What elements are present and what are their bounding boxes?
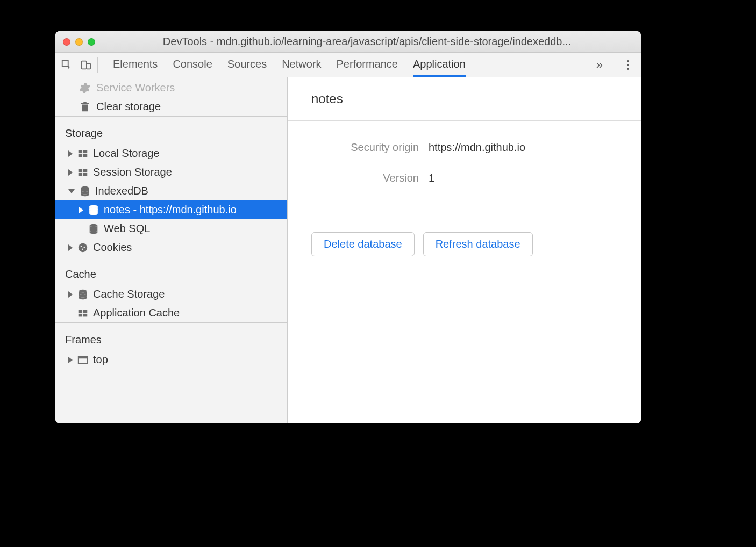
tab-network[interactable]: Network	[282, 53, 321, 77]
main-pane: Service Workers Clear storage Storage Lo…	[55, 77, 641, 423]
sidebar-label: top	[93, 354, 108, 366]
database-name-heading: notes	[288, 77, 641, 121]
section-heading-storage: Storage	[55, 116, 287, 144]
sidebar-label: Session Storage	[93, 166, 172, 178]
close-window-button[interactable]	[63, 38, 70, 46]
svg-rect-23	[79, 356, 88, 358]
more-options-button[interactable]	[621, 60, 636, 70]
chevron-right-icon	[68, 244, 73, 251]
database-icon	[88, 223, 99, 235]
chevron-right-icon	[68, 357, 73, 363]
frame-icon	[77, 354, 89, 366]
application-sidebar: Service Workers Clear storage Storage Lo…	[55, 77, 288, 423]
devtools-window: DevTools - mdn.github.io/learning-area/j…	[55, 31, 641, 423]
sidebar-item-indexeddb[interactable]: IndexedDB	[55, 182, 287, 200]
sidebar-item-cache-storage[interactable]: Cache Storage	[55, 285, 287, 304]
tab-performance[interactable]: Performance	[337, 53, 398, 77]
device-toolbar-icon[interactable]	[80, 59, 92, 71]
sidebar-label: Cookies	[93, 241, 132, 254]
database-icon	[79, 185, 91, 197]
sidebar-item-service-workers[interactable]: Service Workers	[55, 78, 287, 97]
sidebar-label: notes - https://mdn.github.io	[104, 204, 237, 216]
sidebar-label: IndexedDB	[95, 185, 148, 197]
sidebar-label: Application Cache	[93, 307, 180, 319]
tab-application[interactable]: Application	[413, 53, 466, 77]
inspect-element-icon[interactable]	[61, 59, 73, 71]
content-pane: notes Security origin https://mdn.github…	[288, 77, 641, 423]
detail-label: Version	[311, 172, 419, 184]
sidebar-item-indexeddb-notes[interactable]: notes - https://mdn.github.io	[55, 200, 287, 219]
storage-grid-icon	[77, 167, 89, 178]
svg-rect-18	[79, 310, 82, 313]
tabs-overflow-button[interactable]: »	[589, 58, 610, 72]
database-actions: Delete database Refresh database	[288, 208, 641, 280]
tab-console[interactable]: Console	[173, 53, 212, 77]
svg-rect-9	[83, 172, 87, 176]
detail-label: Security origin	[311, 141, 419, 154]
svg-rect-6	[79, 169, 82, 172]
database-details: Security origin https://mdn.github.io Ve…	[288, 121, 641, 208]
chevron-right-icon	[79, 207, 83, 213]
svg-rect-21	[83, 313, 87, 316]
sidebar-item-clear-storage[interactable]: Clear storage	[55, 97, 287, 116]
tab-elements[interactable]: Elements	[113, 53, 158, 77]
sidebar-label: Web SQL	[104, 222, 150, 235]
svg-point-17	[79, 289, 87, 292]
svg-rect-4	[79, 154, 82, 157]
chevron-right-icon	[68, 291, 73, 298]
svg-point-13	[79, 243, 88, 252]
svg-rect-2	[79, 150, 82, 153]
devtools-tabs: Elements Console Sources Network Perform…	[113, 53, 586, 77]
svg-rect-7	[83, 169, 87, 172]
storage-grid-icon	[77, 307, 89, 319]
gear-icon	[79, 82, 91, 94]
svg-point-12	[90, 224, 98, 227]
refresh-database-button[interactable]: Refresh database	[423, 232, 533, 256]
storage-grid-icon	[77, 148, 89, 160]
svg-rect-0	[82, 61, 87, 69]
maximize-window-button[interactable]	[88, 38, 95, 46]
svg-rect-8	[79, 172, 82, 176]
window-controls	[63, 38, 95, 46]
chevron-down-icon	[68, 189, 75, 193]
detail-row-security-origin: Security origin https://mdn.github.io	[311, 141, 617, 154]
tab-sources[interactable]: Sources	[227, 53, 267, 77]
chevron-right-icon	[68, 150, 73, 157]
sidebar-item-application-cache[interactable]: Application Cache	[55, 304, 287, 322]
sidebar-label: Service Workers	[96, 82, 175, 94]
chevron-right-icon	[68, 169, 73, 176]
detail-value: https://mdn.github.io	[429, 141, 525, 154]
sidebar-item-local-storage[interactable]: Local Storage	[55, 144, 287, 163]
section-heading-cache: Cache	[55, 257, 287, 285]
trash-icon	[79, 101, 91, 113]
minimize-window-button[interactable]	[75, 38, 83, 46]
sidebar-item-cookies[interactable]: Cookies	[55, 238, 287, 257]
sidebar-item-frame-top[interactable]: top	[55, 350, 287, 369]
database-icon	[88, 204, 99, 216]
svg-point-16	[82, 248, 83, 250]
sidebar-label: Cache Storage	[93, 288, 165, 300]
svg-point-14	[81, 245, 82, 247]
sidebar-label: Clear storage	[96, 100, 161, 113]
sidebar-item-web-sql[interactable]: Web SQL	[55, 219, 287, 238]
svg-rect-5	[83, 154, 87, 157]
database-icon	[77, 289, 89, 300]
sidebar-item-session-storage[interactable]: Session Storage	[55, 163, 287, 182]
titlebar: DevTools - mdn.github.io/learning-area/j…	[55, 31, 641, 53]
devtools-toolbar: Elements Console Sources Network Perform…	[55, 53, 641, 77]
sidebar-label: Local Storage	[93, 147, 159, 160]
svg-rect-20	[79, 313, 82, 316]
svg-rect-3	[83, 150, 87, 153]
delete-database-button[interactable]: Delete database	[311, 232, 415, 256]
svg-rect-19	[83, 310, 87, 313]
detail-row-version: Version 1	[311, 172, 617, 184]
detail-value: 1	[429, 172, 434, 184]
window-title: DevTools - mdn.github.io/learning-area/j…	[101, 35, 633, 48]
section-heading-frames: Frames	[55, 322, 287, 350]
svg-rect-1	[87, 63, 90, 69]
cookie-icon	[77, 242, 89, 254]
svg-point-15	[83, 246, 85, 248]
